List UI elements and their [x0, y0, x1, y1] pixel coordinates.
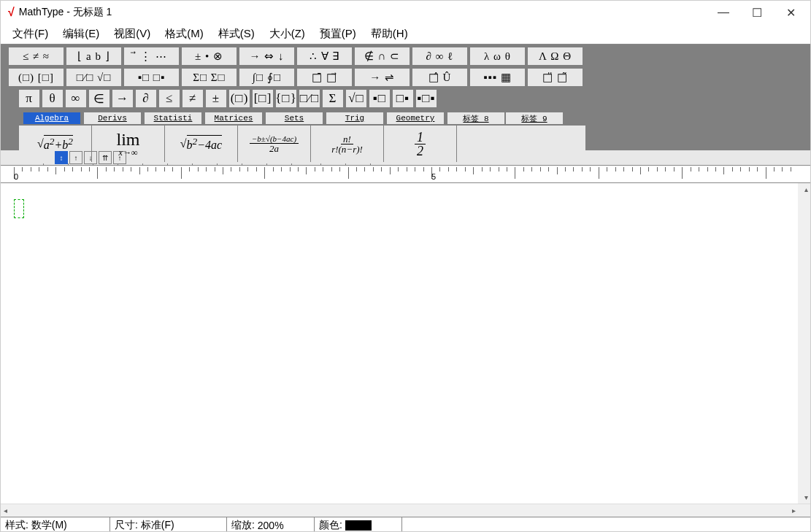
tmpl-combination[interactable]: n!r!(n−r)!	[311, 126, 384, 162]
close-button[interactable]: ✕	[774, 1, 807, 24]
palette-relational[interactable]: ≤ ≠ ≈	[8, 47, 64, 66]
status-size-label: 尺寸:	[115, 519, 138, 532]
palette-labeled-arrows[interactable]: → ⇌	[354, 68, 410, 87]
sym-pm[interactable]: ±	[205, 89, 227, 108]
status-zoom-value: 200%	[258, 520, 284, 531]
menu-bar: 文件(F) 编辑(E) 视图(V) 格式(M) 样式(S) 大小(Z) 预置(P…	[1, 24, 810, 45]
color-swatch	[345, 520, 372, 531]
palette-integrals[interactable]: ∫□ ∮□	[239, 68, 295, 87]
scroll-left-icon[interactable]: ◂	[4, 506, 7, 514]
tmpl-discriminant[interactable]: √b2−4ac	[165, 126, 238, 162]
sym-leq[interactable]: ≤	[158, 89, 180, 108]
menu-size[interactable]: 大小(Z)	[262, 24, 312, 44]
tool-palette-area: ≤ ≠ ≈ ⌊ a b ⌋ ⃗ ⋮ ⋯ ± • ⊗ → ⇔ ↓ ∴ ∀ ∃ ∉ …	[1, 45, 810, 150]
palette-fences[interactable]: (□) [□]	[8, 68, 64, 87]
tmpl-limit[interactable]: limx→∞	[92, 126, 165, 162]
sym-theta[interactable]: θ	[42, 89, 64, 108]
menu-help[interactable]: 帮助(H)	[364, 24, 415, 44]
scroll-down-icon[interactable]: ▾	[804, 493, 808, 501]
status-color[interactable]: 颜色:	[315, 517, 402, 532]
status-style[interactable]: 样式: 数学(M)	[1, 517, 110, 532]
palette-logic[interactable]: ∴ ∀ ∃	[296, 47, 353, 66]
status-zoom-label: 缩放:	[231, 519, 255, 532]
status-style-label: 样式:	[5, 519, 28, 532]
palette-row-small: π θ ∞ ∈ → ∂ ≤ ≠ ± (□) [□] {□} □⁄□ Σ √□ ▪…	[18, 89, 808, 108]
tmpl-sup[interactable]: ▪□	[369, 89, 391, 108]
palette-subsup[interactable]: ▪□ □▪	[123, 68, 180, 87]
tmpl-bracket[interactable]: [□]	[252, 89, 274, 108]
palette-products[interactable]: □̂ Û	[412, 68, 468, 87]
tab-sets[interactable]: Sets	[265, 112, 323, 125]
palette-spaces[interactable]: ⌊ a b ⌋	[66, 47, 122, 66]
sym-pi[interactable]: π	[18, 89, 40, 108]
tab-statisti[interactable]: Statisti	[144, 112, 202, 125]
tab-9[interactable]: 标签 9	[505, 112, 564, 125]
palette-fractions[interactable]: □⁄□ √□	[66, 68, 122, 87]
expression-tabs: Algebra Derivs Statisti Matrices Sets Tr…	[23, 112, 808, 125]
tab-algebra[interactable]: Algebra	[23, 112, 81, 125]
tmpl-sub[interactable]: □▪	[392, 89, 414, 108]
status-size-value: 标准(F)	[141, 519, 174, 532]
tmpl-brace[interactable]: {□}	[275, 89, 297, 108]
tab-geometry[interactable]: Geometry	[386, 112, 445, 125]
title-bar: √ MathType - 无标题 1 — ☐ ✕	[1, 1, 810, 24]
palette-sums[interactable]: Σ□ Σ□	[181, 68, 237, 87]
status-zoom[interactable]: 缩放: 200%	[227, 517, 315, 532]
sym-neq[interactable]: ≠	[182, 89, 204, 108]
menu-view[interactable]: 视图(V)	[107, 24, 158, 44]
maximize-button[interactable]: ☐	[740, 1, 774, 24]
palette-bars[interactable]: □̄ □⃗	[296, 68, 353, 87]
palette-boxes[interactable]: □̎ □̃	[527, 68, 583, 87]
sym-infty[interactable]: ∞	[65, 89, 87, 108]
sym-arrow[interactable]: →	[112, 89, 134, 108]
status-bar: 样式: 数学(M) 尺寸: 标准(F) 缩放: 200% 颜色:	[1, 517, 810, 532]
palette-row-2: (□) [□] □⁄□ √□ ▪□ □▪ Σ□ Σ□ ∫□ ∮□ □̄ □⃗ →…	[8, 68, 808, 87]
menu-style[interactable]: 样式(S)	[211, 24, 262, 44]
tmpl-quadratic[interactable]: −b±√(b−4ac)2a	[238, 126, 311, 162]
scroll-right-icon[interactable]: ▸	[792, 506, 796, 514]
tmpl-subsup[interactable]: ▪□▪	[415, 89, 437, 108]
tab-trig[interactable]: Trig	[326, 112, 384, 125]
status-color-label: 颜色:	[319, 519, 342, 532]
equation-editor-area[interactable]: ▴ ▾	[1, 183, 810, 504]
tmpl-sqrt[interactable]: √□	[345, 89, 367, 108]
palette-arrows[interactable]: → ⇔ ↓	[239, 47, 295, 66]
vertical-scrollbar[interactable]: ▴ ▾	[798, 183, 810, 504]
status-style-value: 数学(M)	[31, 519, 67, 532]
menu-format[interactable]: 格式(M)	[158, 24, 211, 44]
tab-8[interactable]: 标签 8	[447, 112, 505, 125]
tab-matrices[interactable]: Matrices	[204, 112, 263, 125]
tmpl-sum[interactable]: Σ	[322, 89, 344, 108]
menu-preset[interactable]: 预置(P)	[312, 24, 364, 44]
palette-greek-lower[interactable]: λ ω θ	[469, 47, 526, 66]
palette-row-1: ≤ ≠ ≈ ⌊ a b ⌋ ⃗ ⋮ ⋯ ± • ⊗ → ⇔ ↓ ∴ ∀ ∃ ∉ …	[8, 47, 808, 66]
palette-operators[interactable]: ± • ⊗	[181, 47, 237, 66]
palette-matrices[interactable]: ▪▪▪ ▦	[469, 68, 526, 87]
scroll-up-icon[interactable]: ▴	[804, 185, 808, 193]
minimize-button[interactable]: —	[707, 1, 740, 24]
ruler-five: 5	[431, 172, 436, 181]
insertion-slot[interactable]	[14, 199, 24, 218]
app-logo: √	[8, 6, 15, 19]
menu-edit[interactable]: 编辑(E)	[55, 24, 107, 44]
tmpl-half[interactable]: 12	[384, 126, 457, 162]
tab-derivs[interactable]: Derivs	[83, 112, 142, 125]
ruler[interactable]: 0 5	[1, 166, 810, 183]
palette-settheory[interactable]: ∉ ∩ ⊂	[354, 47, 410, 66]
tmpl-pythag[interactable]: √a2+b2	[19, 126, 92, 162]
tmpl-frac[interactable]: □⁄□	[299, 89, 320, 108]
tmpl-empty[interactable]	[457, 126, 585, 162]
menu-file[interactable]: 文件(F)	[5, 24, 55, 44]
sym-elem[interactable]: ∈	[88, 89, 110, 108]
horizontal-scrollbar[interactable]: ◂ ▸	[1, 504, 810, 517]
sym-partial[interactable]: ∂	[135, 89, 157, 108]
tmpl-paren[interactable]: (□)	[228, 89, 250, 108]
status-size[interactable]: 尺寸: 标准(F)	[110, 517, 227, 532]
ruler-zero: 0	[14, 172, 18, 181]
palette-greek-upper[interactable]: Λ Ω Θ	[527, 47, 583, 66]
template-bar: √a2+b2 limx→∞ √b2−4ac −b±√(b−4ac)2a n!r!…	[18, 125, 586, 163]
palette-embellish[interactable]: ⃗ ⋮ ⋯	[123, 47, 180, 66]
palette-misc[interactable]: ∂ ∞ ℓ	[412, 47, 468, 66]
window-title: MathType - 无标题 1	[19, 6, 707, 19]
